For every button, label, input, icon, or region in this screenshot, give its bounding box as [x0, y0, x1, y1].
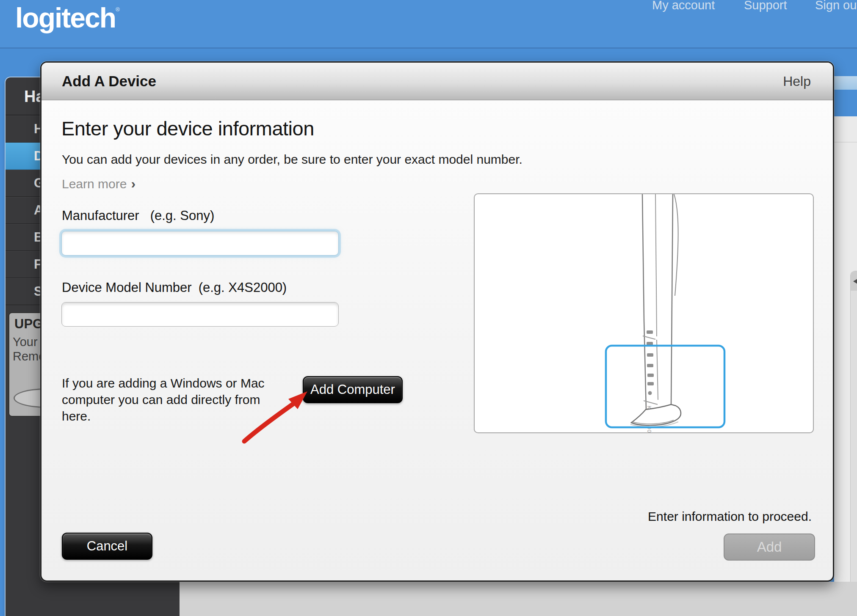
nav-sign-out[interactable]: Sign out — [815, 0, 857, 12]
background-divider — [834, 142, 857, 143]
add-computer-note: If you are adding a Windows or Mac compu… — [62, 375, 282, 424]
nav-my-account[interactable]: My account — [652, 0, 715, 12]
model-example: (e.g. X4S2000) — [199, 280, 287, 295]
dialog-title: Add A Device — [62, 73, 156, 90]
dialog-header: Add A Device Help — [41, 63, 833, 100]
upgrade-title: UPG — [14, 316, 43, 332]
device-illustration: KRL 2100 — [475, 194, 814, 433]
logitech-logo[interactable]: logitech® — [15, 2, 119, 34]
help-link[interactable]: Help — [783, 74, 811, 89]
registered-mark-icon: ® — [116, 6, 119, 13]
chevron-right-icon: › — [131, 176, 135, 191]
background-side-panel — [850, 271, 857, 592]
model-number-input[interactable] — [61, 302, 339, 327]
dialog-description: You can add your devices in any order, b… — [62, 152, 522, 167]
cancel-button[interactable]: Cancel — [62, 533, 152, 560]
manufacturer-label: Manufacturer(e.g. Sony) — [62, 208, 214, 223]
status-message: Enter information to proceed. — [648, 509, 812, 524]
manufacturer-example: (e.g. Sony) — [150, 208, 215, 223]
collapse-left-icon — [853, 278, 857, 285]
nav-support[interactable]: Support — [744, 0, 787, 12]
background-content-area — [180, 582, 857, 616]
dialog-heading: Enter your device information — [61, 117, 314, 140]
add-computer-button[interactable]: Add Computer — [303, 376, 403, 403]
add-button-disabled[interactable]: Add — [724, 534, 815, 561]
model-number-label: Device Model Number(e.g. X4S2000) — [62, 280, 287, 295]
add-a-device-dialog: Add A Device Help Enter your device info… — [40, 61, 834, 582]
panel-collapse-tab[interactable] — [851, 271, 857, 291]
upgrade-text-line1: Your — [13, 335, 38, 349]
manufacturer-input[interactable] — [61, 231, 339, 256]
top-brand-bar: logitech® My account Support Sign out — [0, 0, 857, 49]
device-image-panel: KRL 2100 — [474, 193, 814, 433]
page-root: { "brand": { "logo": "logitech", "mark":… — [0, 0, 857, 616]
learn-more-link[interactable]: Learn more› — [62, 176, 135, 192]
background-subheader-band — [834, 76, 857, 90]
